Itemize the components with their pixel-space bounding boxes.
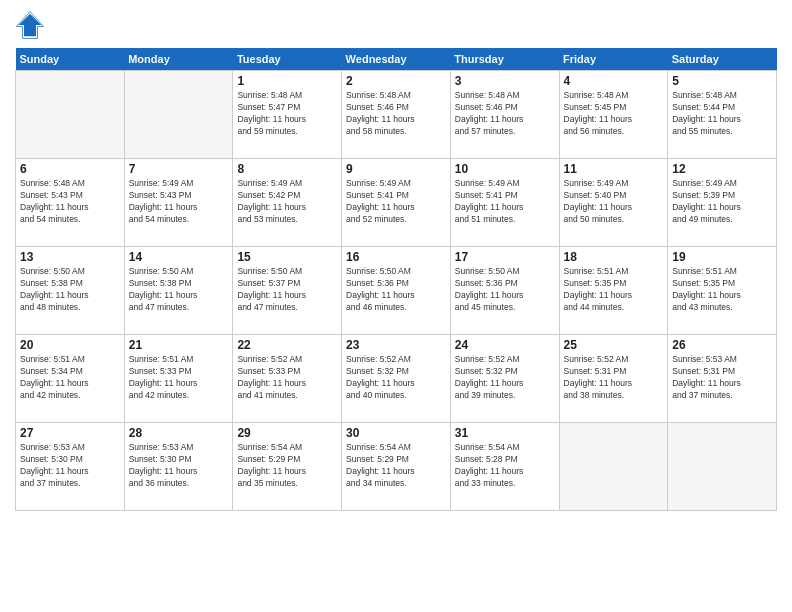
day-number: 24 (455, 338, 555, 352)
calendar-cell: 22Sunrise: 5:52 AM Sunset: 5:33 PM Dayli… (233, 335, 342, 423)
day-info: Sunrise: 5:48 AM Sunset: 5:46 PM Dayligh… (455, 90, 555, 138)
calendar-cell: 12Sunrise: 5:49 AM Sunset: 5:39 PM Dayli… (668, 159, 777, 247)
day-number: 31 (455, 426, 555, 440)
calendar-cell: 17Sunrise: 5:50 AM Sunset: 5:36 PM Dayli… (450, 247, 559, 335)
weekday-header-row: SundayMondayTuesdayWednesdayThursdayFrid… (16, 48, 777, 71)
weekday-header-wednesday: Wednesday (342, 48, 451, 71)
calendar-cell: 28Sunrise: 5:53 AM Sunset: 5:30 PM Dayli… (124, 423, 233, 511)
logo (15, 10, 49, 40)
calendar-cell (559, 423, 668, 511)
calendar-cell: 31Sunrise: 5:54 AM Sunset: 5:28 PM Dayli… (450, 423, 559, 511)
calendar-cell (668, 423, 777, 511)
day-number: 20 (20, 338, 120, 352)
calendar-cell: 23Sunrise: 5:52 AM Sunset: 5:32 PM Dayli… (342, 335, 451, 423)
day-info: Sunrise: 5:49 AM Sunset: 5:41 PM Dayligh… (455, 178, 555, 226)
day-info: Sunrise: 5:54 AM Sunset: 5:29 PM Dayligh… (346, 442, 446, 490)
week-row-3: 13Sunrise: 5:50 AM Sunset: 5:38 PM Dayli… (16, 247, 777, 335)
week-row-1: 1Sunrise: 5:48 AM Sunset: 5:47 PM Daylig… (16, 71, 777, 159)
calendar-cell: 20Sunrise: 5:51 AM Sunset: 5:34 PM Dayli… (16, 335, 125, 423)
calendar-cell (124, 71, 233, 159)
day-number: 23 (346, 338, 446, 352)
day-number: 9 (346, 162, 446, 176)
day-number: 16 (346, 250, 446, 264)
calendar-cell: 29Sunrise: 5:54 AM Sunset: 5:29 PM Dayli… (233, 423, 342, 511)
day-info: Sunrise: 5:51 AM Sunset: 5:33 PM Dayligh… (129, 354, 229, 402)
day-info: Sunrise: 5:53 AM Sunset: 5:30 PM Dayligh… (129, 442, 229, 490)
day-number: 6 (20, 162, 120, 176)
weekday-header-friday: Friday (559, 48, 668, 71)
calendar-cell: 25Sunrise: 5:52 AM Sunset: 5:31 PM Dayli… (559, 335, 668, 423)
calendar-table: SundayMondayTuesdayWednesdayThursdayFrid… (15, 48, 777, 511)
weekday-header-thursday: Thursday (450, 48, 559, 71)
calendar-cell: 7Sunrise: 5:49 AM Sunset: 5:43 PM Daylig… (124, 159, 233, 247)
day-info: Sunrise: 5:51 AM Sunset: 5:34 PM Dayligh… (20, 354, 120, 402)
calendar-cell (16, 71, 125, 159)
day-number: 19 (672, 250, 772, 264)
day-number: 26 (672, 338, 772, 352)
calendar-cell: 24Sunrise: 5:52 AM Sunset: 5:32 PM Dayli… (450, 335, 559, 423)
week-row-5: 27Sunrise: 5:53 AM Sunset: 5:30 PM Dayli… (16, 423, 777, 511)
calendar-cell: 2Sunrise: 5:48 AM Sunset: 5:46 PM Daylig… (342, 71, 451, 159)
weekday-header-sunday: Sunday (16, 48, 125, 71)
week-row-4: 20Sunrise: 5:51 AM Sunset: 5:34 PM Dayli… (16, 335, 777, 423)
day-info: Sunrise: 5:48 AM Sunset: 5:46 PM Dayligh… (346, 90, 446, 138)
week-row-2: 6Sunrise: 5:48 AM Sunset: 5:43 PM Daylig… (16, 159, 777, 247)
day-info: Sunrise: 5:50 AM Sunset: 5:36 PM Dayligh… (346, 266, 446, 314)
calendar-cell: 6Sunrise: 5:48 AM Sunset: 5:43 PM Daylig… (16, 159, 125, 247)
day-number: 4 (564, 74, 664, 88)
calendar-cell: 30Sunrise: 5:54 AM Sunset: 5:29 PM Dayli… (342, 423, 451, 511)
day-info: Sunrise: 5:50 AM Sunset: 5:38 PM Dayligh… (129, 266, 229, 314)
day-number: 10 (455, 162, 555, 176)
calendar-cell: 15Sunrise: 5:50 AM Sunset: 5:37 PM Dayli… (233, 247, 342, 335)
day-number: 3 (455, 74, 555, 88)
day-number: 5 (672, 74, 772, 88)
header (15, 10, 777, 40)
day-info: Sunrise: 5:48 AM Sunset: 5:44 PM Dayligh… (672, 90, 772, 138)
day-info: Sunrise: 5:54 AM Sunset: 5:28 PM Dayligh… (455, 442, 555, 490)
day-info: Sunrise: 5:52 AM Sunset: 5:32 PM Dayligh… (346, 354, 446, 402)
day-number: 8 (237, 162, 337, 176)
day-info: Sunrise: 5:48 AM Sunset: 5:45 PM Dayligh… (564, 90, 664, 138)
day-number: 2 (346, 74, 446, 88)
day-info: Sunrise: 5:51 AM Sunset: 5:35 PM Dayligh… (672, 266, 772, 314)
day-number: 14 (129, 250, 229, 264)
calendar-cell: 16Sunrise: 5:50 AM Sunset: 5:36 PM Dayli… (342, 247, 451, 335)
day-info: Sunrise: 5:53 AM Sunset: 5:30 PM Dayligh… (20, 442, 120, 490)
calendar-cell: 3Sunrise: 5:48 AM Sunset: 5:46 PM Daylig… (450, 71, 559, 159)
day-number: 7 (129, 162, 229, 176)
calendar-cell: 27Sunrise: 5:53 AM Sunset: 5:30 PM Dayli… (16, 423, 125, 511)
calendar-cell: 21Sunrise: 5:51 AM Sunset: 5:33 PM Dayli… (124, 335, 233, 423)
day-number: 18 (564, 250, 664, 264)
day-info: Sunrise: 5:49 AM Sunset: 5:39 PM Dayligh… (672, 178, 772, 226)
page: SundayMondayTuesdayWednesdayThursdayFrid… (0, 0, 792, 612)
day-info: Sunrise: 5:48 AM Sunset: 5:47 PM Dayligh… (237, 90, 337, 138)
day-number: 17 (455, 250, 555, 264)
logo-icon (15, 10, 45, 40)
day-info: Sunrise: 5:50 AM Sunset: 5:38 PM Dayligh… (20, 266, 120, 314)
day-number: 11 (564, 162, 664, 176)
weekday-header-monday: Monday (124, 48, 233, 71)
calendar-cell: 10Sunrise: 5:49 AM Sunset: 5:41 PM Dayli… (450, 159, 559, 247)
day-number: 28 (129, 426, 229, 440)
day-info: Sunrise: 5:49 AM Sunset: 5:43 PM Dayligh… (129, 178, 229, 226)
calendar-cell: 9Sunrise: 5:49 AM Sunset: 5:41 PM Daylig… (342, 159, 451, 247)
day-number: 25 (564, 338, 664, 352)
weekday-header-tuesday: Tuesday (233, 48, 342, 71)
day-number: 29 (237, 426, 337, 440)
calendar-cell: 11Sunrise: 5:49 AM Sunset: 5:40 PM Dayli… (559, 159, 668, 247)
day-info: Sunrise: 5:50 AM Sunset: 5:36 PM Dayligh… (455, 266, 555, 314)
calendar-cell: 4Sunrise: 5:48 AM Sunset: 5:45 PM Daylig… (559, 71, 668, 159)
day-info: Sunrise: 5:53 AM Sunset: 5:31 PM Dayligh… (672, 354, 772, 402)
day-info: Sunrise: 5:49 AM Sunset: 5:41 PM Dayligh… (346, 178, 446, 226)
day-number: 21 (129, 338, 229, 352)
day-info: Sunrise: 5:52 AM Sunset: 5:31 PM Dayligh… (564, 354, 664, 402)
day-number: 15 (237, 250, 337, 264)
day-number: 13 (20, 250, 120, 264)
day-number: 12 (672, 162, 772, 176)
calendar-cell: 18Sunrise: 5:51 AM Sunset: 5:35 PM Dayli… (559, 247, 668, 335)
day-info: Sunrise: 5:50 AM Sunset: 5:37 PM Dayligh… (237, 266, 337, 314)
calendar-cell: 14Sunrise: 5:50 AM Sunset: 5:38 PM Dayli… (124, 247, 233, 335)
day-number: 22 (237, 338, 337, 352)
day-number: 27 (20, 426, 120, 440)
calendar-cell: 13Sunrise: 5:50 AM Sunset: 5:38 PM Dayli… (16, 247, 125, 335)
